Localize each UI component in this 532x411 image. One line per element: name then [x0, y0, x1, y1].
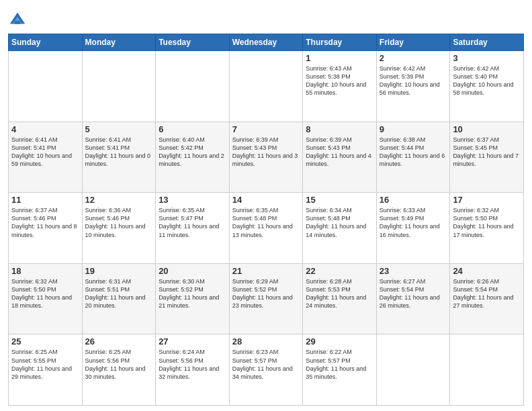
calendar-cell	[9, 51, 83, 122]
day-number: 27	[159, 336, 226, 347]
calendar-cell: 9Sunrise: 6:38 AM Sunset: 5:44 PM Daylig…	[376, 122, 450, 193]
day-number: 5	[85, 124, 153, 134]
day-number: 22	[306, 266, 373, 276]
calendar-cell: 25Sunrise: 6:25 AM Sunset: 5:55 PM Dayli…	[9, 334, 83, 406]
day-number: 16	[380, 195, 447, 205]
calendar-cell: 10Sunrise: 6:37 AM Sunset: 5:45 PM Dayli…	[450, 122, 524, 193]
day-number: 23	[380, 266, 447, 276]
calendar-cell: 21Sunrise: 6:29 AM Sunset: 5:52 PM Dayli…	[229, 263, 303, 334]
day-number: 6	[159, 124, 226, 134]
day-number: 13	[159, 195, 226, 205]
calendar-cell: 17Sunrise: 6:32 AM Sunset: 5:50 PM Dayli…	[450, 193, 524, 264]
calendar-cell: 15Sunrise: 6:34 AM Sunset: 5:48 PM Dayli…	[303, 193, 377, 264]
weekday-header-friday: Friday	[376, 34, 450, 51]
day-number: 12	[85, 195, 153, 205]
calendar-cell: 26Sunrise: 6:25 AM Sunset: 5:56 PM Dayli…	[82, 334, 156, 406]
calendar-cell: 7Sunrise: 6:39 AM Sunset: 5:43 PM Daylig…	[229, 122, 303, 193]
week-row-5: 25Sunrise: 6:25 AM Sunset: 5:55 PM Dayli…	[9, 334, 524, 406]
day-info: Sunrise: 6:32 AM Sunset: 5:50 PM Dayligh…	[453, 206, 521, 239]
week-row-1: 1Sunrise: 6:43 AM Sunset: 5:38 PM Daylig…	[9, 51, 524, 122]
day-number: 15	[306, 195, 373, 205]
day-number: 24	[453, 266, 521, 276]
calendar-cell: 16Sunrise: 6:33 AM Sunset: 5:49 PM Dayli…	[376, 193, 450, 264]
day-number: 7	[232, 124, 300, 134]
page-header	[8, 7, 524, 30]
calendar-cell: 28Sunrise: 6:23 AM Sunset: 5:57 PM Dayli…	[229, 334, 303, 406]
day-info: Sunrise: 6:30 AM Sunset: 5:52 PM Dayligh…	[159, 277, 226, 310]
weekday-header-thursday: Thursday	[303, 34, 377, 51]
day-info: Sunrise: 6:41 AM Sunset: 5:41 PM Dayligh…	[11, 136, 79, 169]
day-number: 8	[306, 124, 373, 134]
calendar-cell: 23Sunrise: 6:27 AM Sunset: 5:54 PM Dayli…	[376, 263, 450, 334]
day-info: Sunrise: 6:35 AM Sunset: 5:48 PM Dayligh…	[232, 206, 300, 239]
day-number: 25	[11, 336, 79, 347]
day-info: Sunrise: 6:34 AM Sunset: 5:48 PM Dayligh…	[306, 206, 373, 239]
day-number: 2	[380, 53, 447, 63]
calendar-cell: 2Sunrise: 6:42 AM Sunset: 5:39 PM Daylig…	[376, 51, 450, 122]
day-info: Sunrise: 6:22 AM Sunset: 5:57 PM Dayligh…	[306, 348, 373, 381]
calendar-cell: 8Sunrise: 6:39 AM Sunset: 5:43 PM Daylig…	[303, 122, 377, 193]
day-number: 21	[232, 266, 300, 276]
day-number: 14	[232, 195, 300, 205]
day-info: Sunrise: 6:23 AM Sunset: 5:57 PM Dayligh…	[232, 348, 300, 381]
day-number: 17	[453, 195, 521, 205]
weekday-header-row: SundayMondayTuesdayWednesdayThursdayFrid…	[9, 34, 524, 51]
day-info: Sunrise: 6:36 AM Sunset: 5:46 PM Dayligh…	[85, 206, 153, 239]
calendar-cell: 3Sunrise: 6:42 AM Sunset: 5:40 PM Daylig…	[450, 51, 524, 122]
day-info: Sunrise: 6:24 AM Sunset: 5:56 PM Dayligh…	[159, 348, 226, 381]
week-row-2: 4Sunrise: 6:41 AM Sunset: 5:41 PM Daylig…	[9, 122, 524, 193]
day-number: 9	[380, 124, 447, 134]
day-info: Sunrise: 6:31 AM Sunset: 5:51 PM Dayligh…	[85, 277, 153, 310]
day-info: Sunrise: 6:39 AM Sunset: 5:43 PM Dayligh…	[232, 136, 300, 169]
day-info: Sunrise: 6:28 AM Sunset: 5:53 PM Dayligh…	[306, 277, 373, 310]
calendar-cell: 4Sunrise: 6:41 AM Sunset: 5:41 PM Daylig…	[9, 122, 83, 193]
day-info: Sunrise: 6:43 AM Sunset: 5:38 PM Dayligh…	[306, 64, 373, 97]
day-number: 28	[232, 336, 300, 347]
weekday-header-wednesday: Wednesday	[229, 34, 303, 51]
calendar-cell: 6Sunrise: 6:40 AM Sunset: 5:42 PM Daylig…	[156, 122, 230, 193]
calendar-cell: 19Sunrise: 6:31 AM Sunset: 5:51 PM Dayli…	[82, 263, 156, 334]
calendar-cell: 13Sunrise: 6:35 AM Sunset: 5:47 PM Dayli…	[156, 193, 230, 264]
day-info: Sunrise: 6:41 AM Sunset: 5:41 PM Dayligh…	[85, 136, 153, 169]
day-info: Sunrise: 6:32 AM Sunset: 5:50 PM Dayligh…	[11, 277, 79, 310]
day-number: 18	[11, 266, 79, 276]
calendar-table: SundayMondayTuesdayWednesdayThursdayFrid…	[8, 34, 524, 406]
day-number: 3	[453, 53, 521, 63]
day-info: Sunrise: 6:40 AM Sunset: 5:42 PM Dayligh…	[159, 136, 226, 169]
week-row-3: 11Sunrise: 6:37 AM Sunset: 5:46 PM Dayli…	[9, 193, 524, 264]
day-number: 26	[85, 336, 153, 347]
calendar-cell	[376, 334, 450, 406]
day-info: Sunrise: 6:25 AM Sunset: 5:55 PM Dayligh…	[11, 348, 79, 381]
day-info: Sunrise: 6:25 AM Sunset: 5:56 PM Dayligh…	[85, 348, 153, 381]
calendar-cell	[450, 334, 524, 406]
day-info: Sunrise: 6:38 AM Sunset: 5:44 PM Dayligh…	[380, 136, 447, 169]
day-info: Sunrise: 6:33 AM Sunset: 5:49 PM Dayligh…	[380, 206, 447, 239]
day-number: 29	[306, 336, 373, 347]
calendar-cell: 22Sunrise: 6:28 AM Sunset: 5:53 PM Dayli…	[303, 263, 377, 334]
day-info: Sunrise: 6:27 AM Sunset: 5:54 PM Dayligh…	[380, 277, 447, 310]
day-info: Sunrise: 6:29 AM Sunset: 5:52 PM Dayligh…	[232, 277, 300, 310]
calendar-cell: 20Sunrise: 6:30 AM Sunset: 5:52 PM Dayli…	[156, 263, 230, 334]
day-info: Sunrise: 6:37 AM Sunset: 5:46 PM Dayligh…	[11, 206, 79, 239]
day-info: Sunrise: 6:26 AM Sunset: 5:54 PM Dayligh…	[453, 277, 521, 310]
day-info: Sunrise: 6:42 AM Sunset: 5:40 PM Dayligh…	[453, 64, 521, 97]
weekday-header-monday: Monday	[82, 34, 156, 51]
calendar-cell: 1Sunrise: 6:43 AM Sunset: 5:38 PM Daylig…	[303, 51, 377, 122]
calendar-cell	[229, 51, 303, 122]
day-info: Sunrise: 6:37 AM Sunset: 5:45 PM Dayligh…	[453, 136, 521, 169]
day-info: Sunrise: 6:35 AM Sunset: 5:47 PM Dayligh…	[159, 206, 226, 239]
calendar-cell	[156, 51, 230, 122]
day-number: 20	[159, 266, 226, 276]
day-info: Sunrise: 6:39 AM Sunset: 5:43 PM Dayligh…	[306, 136, 373, 169]
day-number: 11	[11, 195, 79, 205]
logo	[8, 9, 30, 30]
calendar-cell: 5Sunrise: 6:41 AM Sunset: 5:41 PM Daylig…	[82, 122, 156, 193]
day-info: Sunrise: 6:42 AM Sunset: 5:39 PM Dayligh…	[380, 64, 447, 97]
calendar-cell: 18Sunrise: 6:32 AM Sunset: 5:50 PM Dayli…	[9, 263, 83, 334]
calendar-cell: 12Sunrise: 6:36 AM Sunset: 5:46 PM Dayli…	[82, 193, 156, 264]
week-row-4: 18Sunrise: 6:32 AM Sunset: 5:50 PM Dayli…	[9, 263, 524, 334]
calendar-cell: 24Sunrise: 6:26 AM Sunset: 5:54 PM Dayli…	[450, 263, 524, 334]
calendar-cell: 14Sunrise: 6:35 AM Sunset: 5:48 PM Dayli…	[229, 193, 303, 264]
weekday-header-tuesday: Tuesday	[156, 34, 230, 51]
day-number: 1	[306, 53, 373, 63]
